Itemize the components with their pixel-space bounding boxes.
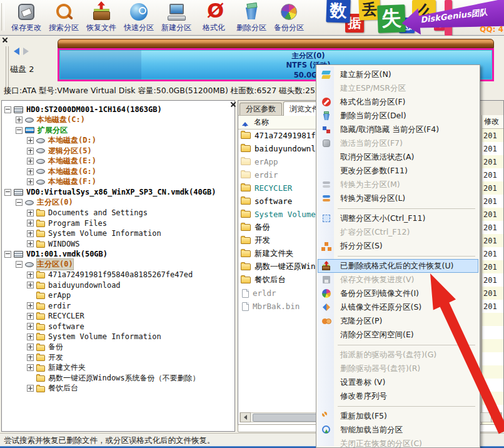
menu-item[interactable]: 扩容分区(Ctrl_F12) — [318, 225, 478, 239]
menu-item[interactable]: 建立ESP/MSR分区 — [318, 81, 478, 95]
tree-expander-icon[interactable] — [4, 189, 11, 196]
tree-item[interactable]: 本地磁盘(F:) — [2, 177, 234, 188]
menu-item[interactable]: 删除驱动器号(盘符)(R) — [318, 362, 478, 375]
menu-item[interactable]: 清除分区空闲空间(E) — [318, 328, 478, 342]
tree-item[interactable]: Documents and Settings — [2, 208, 234, 218]
menu-item[interactable] — [318, 403, 478, 409]
toolbar-button[interactable]: 快速分区 — [120, 2, 158, 33]
tree-item[interactable]: 易数一键还原Windows系统备份（不要删除） — [2, 373, 234, 384]
tree-item[interactable]: RECYCLER — [2, 311, 234, 322]
menu-item[interactable]: 智能加载当前分区 — [318, 423, 478, 437]
menu-item[interactable]: 关闭正在恢复的分区(C) — [318, 437, 478, 448]
menu-item[interactable]: 设置卷标 (V) — [318, 375, 478, 389]
toolbar-button[interactable]: 搜索分区 — [45, 2, 83, 33]
toolbar-button[interactable]: 保存更改 — [8, 2, 45, 33]
tree-item[interactable]: 新建文件夹 — [2, 363, 234, 374]
menu-item[interactable]: 拆分分区(S) — [318, 239, 478, 253]
menu-item[interactable]: 转换为逻辑分区(L) — [318, 191, 478, 205]
scroll-right-icon[interactable] — [491, 412, 501, 422]
tree-item[interactable]: baiduyundownload — [2, 280, 234, 291]
tree-item[interactable]: 本地磁盘(G:) — [2, 166, 234, 177]
tree-item[interactable]: System Volume Information — [2, 228, 234, 239]
tree-expander-icon[interactable] — [27, 302, 34, 309]
menu-item[interactable]: 取消分区激活状态(A) — [318, 150, 478, 164]
menu-item[interactable]: 修改卷序列号 — [318, 389, 478, 403]
tree-expander-icon[interactable] — [27, 354, 34, 361]
tree-expander-icon[interactable] — [16, 116, 23, 123]
scroll-left-icon[interactable] — [240, 412, 251, 422]
toolbar-button[interactable]: 备份分区 — [270, 2, 308, 33]
tree-expander-icon[interactable] — [27, 137, 34, 144]
tree-item[interactable]: erdir — [2, 301, 234, 312]
menu-item[interactable]: 激活当前分区(F7) — [318, 136, 478, 150]
tree-expander-icon[interactable] — [27, 158, 34, 165]
tab-partition-params[interactable]: 分区参数 — [239, 103, 282, 115]
tree-expander-icon[interactable] — [27, 148, 34, 155]
menu-item[interactable] — [318, 342, 478, 348]
tree-item[interactable]: 主分区(0) — [2, 260, 234, 270]
menu-item[interactable]: 从镜像文件还原分区(S) — [318, 300, 478, 314]
menu-item[interactable]: 指派新的驱动器号(盘符)(G) — [318, 348, 478, 362]
tree-item[interactable]: VD1:001.vmdk(50GB) — [2, 249, 234, 260]
tree-item[interactable]: WINDOWS — [2, 239, 234, 250]
tree-item[interactable]: 本地磁盘(D:) — [2, 136, 234, 146]
tree-item[interactable]: software — [2, 322, 234, 332]
menu-item[interactable]: 克隆分区(P) — [318, 314, 478, 328]
menu-item[interactable]: 删除当前分区(Del) — [318, 109, 478, 123]
menu-item[interactable]: 重新加载(F5) — [318, 409, 478, 423]
next-disk-arrow-icon[interactable] — [23, 48, 29, 55]
toolbar-button[interactable]: 格式化 — [195, 2, 233, 33]
tree-expander-icon[interactable] — [27, 364, 34, 371]
tree-item[interactable]: Program Files — [2, 218, 234, 229]
tree-expander-icon[interactable] — [27, 240, 34, 247]
tree-item[interactable]: HD0:ST2000DM001-1CH164(1863GB) — [2, 104, 234, 115]
tree-expander-icon[interactable] — [27, 272, 34, 278]
tree-item[interactable]: 开发 — [2, 352, 234, 363]
menu-item[interactable]: 隐藏/取消隐藏 当前分区(F4) — [318, 123, 478, 136]
menu-item[interactable]: 更改分区参数(F11) — [318, 164, 478, 178]
menu-item[interactable]: 备份分区到镜像文件(I) — [318, 287, 478, 300]
tree-item[interactable]: 本地磁盘(E:) — [2, 156, 234, 167]
tree-expander-icon[interactable] — [27, 282, 34, 288]
menu-item[interactable]: 已删除或格式化后的文件恢复(U) — [318, 259, 478, 273]
tree-item[interactable]: 471a72491981f95840a8185267fe47ed — [2, 270, 234, 280]
tree-item[interactable]: 本地磁盘(C:) — [2, 115, 234, 126]
menu-item[interactable]: 调整分区大小(Ctrl_F11) — [318, 211, 478, 225]
tree-expander-icon[interactable] — [27, 313, 34, 320]
close-panel-icon[interactable] — [231, 102, 236, 107]
tree-item[interactable]: 扩展分区 — [2, 125, 234, 136]
date-column-header[interactable]: 修改 — [482, 115, 503, 129]
menu-item[interactable] — [318, 253, 478, 259]
tree-expander-icon[interactable] — [27, 178, 34, 185]
tree-item[interactable]: 主分区(0) — [2, 198, 234, 208]
tree-expander-icon[interactable] — [16, 261, 23, 268]
tree-expander-icon[interactable] — [16, 199, 23, 206]
tree-expander-icon[interactable] — [27, 220, 34, 227]
prev-disk-arrow-icon[interactable] — [14, 48, 19, 55]
menu-item[interactable]: 建立新分区(N) — [318, 68, 478, 81]
tree-expander-icon[interactable] — [4, 106, 11, 113]
tree-expander-icon[interactable] — [27, 323, 34, 330]
menu-item[interactable]: 转换为主分区(M) — [318, 178, 478, 191]
tree-expander-icon[interactable] — [27, 385, 34, 392]
tree-item[interactable]: erApp — [2, 290, 234, 301]
toolbar-button[interactable]: 恢复文件 — [83, 2, 120, 33]
tree-expander-icon[interactable] — [27, 230, 34, 237]
menu-item[interactable]: 保存文件恢复进度(V) — [318, 273, 478, 287]
tree-item[interactable]: System Volume Information — [2, 332, 234, 342]
tree-expander-icon[interactable] — [4, 251, 11, 258]
tree-expander-icon[interactable] — [27, 333, 34, 340]
toolbar-button[interactable]: 删除分区 — [233, 2, 270, 33]
tree-item[interactable]: 逻辑分区(5) — [2, 146, 234, 156]
toolbar-button[interactable]: 新建分区 — [158, 2, 195, 33]
menu-item[interactable] — [318, 205, 478, 211]
tree-expander-icon[interactable] — [27, 344, 34, 350]
menu-item[interactable]: 格式化当前分区(F) — [318, 95, 478, 109]
tree-expander-icon[interactable] — [16, 127, 23, 134]
tree-item[interactable]: 备份 — [2, 342, 234, 353]
folder-up-icon[interactable] — [241, 119, 249, 126]
tree-item[interactable]: 餐饮后台 — [2, 384, 234, 394]
tree-expander-icon[interactable] — [27, 210, 34, 216]
tree-item[interactable]: VD0:VirtualSys_x86_WinXP_SP3_CN.vmdk(40G… — [2, 187, 234, 198]
tree-expander-icon[interactable] — [27, 168, 34, 175]
